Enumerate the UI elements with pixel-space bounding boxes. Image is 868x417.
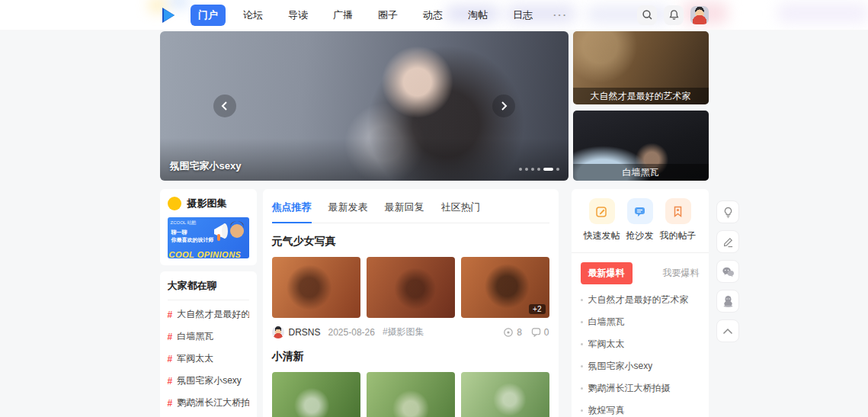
bullet-dot-icon [581, 321, 583, 323]
chat-bubble-icon [627, 198, 653, 224]
ad-banner[interactable]: ZCOOL 站酷 聊一聊 你最喜欢的设计师 COOL OPINIONS [168, 217, 249, 258]
nav-more-button[interactable]: ··· [550, 5, 571, 24]
carousel-dot-active[interactable] [543, 168, 553, 171]
divider [572, 252, 709, 253]
carousel-next-button[interactable] [492, 95, 515, 117]
side-banner-nature[interactable]: 大自然才是最好的艺术家 [573, 31, 709, 104]
carousel-prev-button[interactable] [213, 95, 236, 117]
tab-community-hot[interactable]: 社区热门 [441, 198, 481, 223]
post-author[interactable]: DRSNS [289, 327, 321, 338]
chat-topic-item[interactable]: # 鹦鹉洲长江大桥拍摄 [168, 392, 249, 414]
hero-carousel[interactable]: 氛围宅家小sexy [160, 31, 569, 181]
search-icon [642, 9, 653, 21]
nav-item-guide[interactable]: 导读 [280, 5, 315, 26]
my-posts-icon [665, 198, 691, 224]
post-title[interactable]: 小清新 [272, 350, 549, 364]
chat-topic-item[interactable]: # 氛围宅家小sexy [168, 370, 249, 392]
nav-item-broadcast[interactable]: 广播 [325, 5, 360, 26]
feed-column: 焦点推荐 最新发表 最新回复 社区热门 元气少女写真 +2 [263, 189, 559, 417]
news-item[interactable]: 氛围宅家小sexy [581, 355, 700, 377]
nav-item-blog[interactable]: 日志 [505, 5, 540, 26]
chat-topic-item[interactable]: # 敦煌写真 [168, 414, 249, 417]
chat-topic-label: 氛围宅家小sexy [177, 374, 242, 387]
chat-topic-label: 白墙黑瓦 [177, 330, 213, 343]
tab-featured[interactable]: 焦点推荐 [272, 198, 312, 223]
site-logo-icon[interactable] [159, 5, 178, 25]
news-label: 敦煌写真 [588, 404, 625, 417]
nav-item-forum[interactable]: 论坛 [235, 5, 271, 26]
bullet-dot-icon [581, 409, 583, 412]
news-label: 军阀太太 [588, 338, 625, 351]
chat-topic-item[interactable]: # 大自然才是最好的艺术 [168, 303, 249, 326]
news-item[interactable]: 军阀太太 [581, 333, 700, 355]
top-navbar: 门户 论坛 导读 广播 圈子 动态 淘帖 日志 ··· [0, 0, 868, 30]
nav-item-collections[interactable]: 淘帖 [460, 5, 495, 26]
author-avatar[interactable] [272, 326, 284, 338]
wechat-share-button[interactable] [716, 260, 739, 283]
post-title[interactable]: 元气少女写真 [272, 235, 549, 249]
chat-topic-label: 军阀太太 [177, 352, 213, 365]
left-sidebar: 摄影图集 ZCOOL 站酷 聊一聊 你最喜欢的设计师 COOL OPINIONS [160, 189, 257, 417]
submit-news-link[interactable]: 我要爆料 [663, 267, 700, 280]
chat-topic-item[interactable]: # 白墙黑瓦 [168, 326, 249, 348]
bullet-dot-icon [581, 299, 583, 301]
news-label: 大自然才是最好的艺术家 [588, 294, 689, 306]
news-label: 鹦鹉洲长江大桥拍摄 [588, 382, 671, 395]
hashtag-icon: # [168, 332, 173, 342]
trending-chats-title: 大家都在聊 [168, 279, 249, 293]
post-thumbnail[interactable] [272, 372, 360, 417]
nav-item-groups[interactable]: 圈子 [370, 5, 405, 26]
carousel-caption[interactable]: 氛围宅家小sexy [170, 159, 242, 173]
my-posts-button[interactable]: 我的帖子 [660, 198, 697, 242]
first-reply-button[interactable]: 抢沙发 [626, 198, 654, 242]
notifications-button[interactable] [664, 5, 684, 25]
news-item[interactable]: 敦煌写真 [581, 399, 700, 417]
feed-post: 元气少女写真 +2 DRSNS 2025-08-26 #摄影图集 [272, 235, 549, 338]
nav-item-portal[interactable]: 门户 [191, 5, 226, 26]
page-content: 氛围宅家小sexy 大自然才是最好的艺术家 白墙黑瓦 [160, 31, 709, 417]
post-thumbnail[interactable] [272, 257, 360, 318]
comment-icon [531, 327, 541, 337]
post-thumbnail[interactable] [367, 257, 455, 318]
carousel-dot[interactable] [537, 168, 540, 171]
post-thumbnail[interactable]: +2 [461, 257, 549, 318]
news-item[interactable]: 白墙黑瓦 [581, 311, 700, 333]
post-thumbnail[interactable]: +2 [461, 372, 549, 417]
side-banner-white-wall[interactable]: 白墙黑瓦 [573, 111, 709, 181]
quick-post-button[interactable]: 快速发帖 [584, 198, 620, 242]
carousel-dot[interactable] [556, 168, 559, 171]
back-to-top-button[interactable] [716, 319, 739, 342]
post-thumbnails: +2 [272, 257, 549, 318]
main-nav: 门户 论坛 导读 广播 圈子 动态 淘帖 日志 ··· [191, 5, 571, 26]
tab-latest-posts[interactable]: 最新发表 [328, 198, 368, 223]
user-avatar[interactable] [690, 6, 709, 24]
trending-chats-card: 大家都在聊 # 大自然才是最好的艺术 # 白墙黑瓦 # 军阀太太 # 氛围宅家小… [160, 271, 257, 417]
post-thumbnail[interactable] [367, 372, 455, 417]
forum-name: 摄影图集 [187, 197, 227, 210]
tips-button[interactable] [716, 200, 739, 223]
quick-post-label: 快速发帖 [584, 229, 620, 242]
post-tag[interactable]: #摄影图集 [383, 326, 424, 338]
hashtag-icon: # [168, 354, 173, 364]
carousel-dot[interactable] [525, 168, 528, 171]
nav-item-feed[interactable]: 动态 [415, 5, 450, 26]
carousel-dot[interactable] [519, 168, 522, 171]
chevron-left-icon [221, 101, 229, 111]
chat-topic-item[interactable]: # 军阀太太 [168, 348, 249, 370]
write-post-button[interactable] [716, 230, 739, 253]
views-stat: 8 [503, 327, 522, 338]
ad-text-line1: 聊一聊 [171, 229, 187, 236]
forum-header[interactable]: 摄影图集 [168, 197, 249, 210]
news-item[interactable]: 大自然才是最好的艺术家 [581, 289, 700, 311]
news-item[interactable]: 鹦鹉洲长江大桥拍摄 [581, 377, 700, 399]
tab-latest-replies[interactable]: 最新回复 [385, 198, 424, 223]
megaphone-illustration [208, 219, 248, 248]
divider [168, 300, 249, 300]
carousel-dot[interactable] [531, 168, 534, 171]
chevron-up-icon [722, 328, 733, 335]
latest-news-button[interactable]: 最新爆料 [581, 262, 633, 284]
bullet-dot-icon [581, 365, 583, 367]
search-button[interactable] [637, 5, 657, 25]
qq-share-button[interactable] [716, 290, 739, 313]
post-stats: 8 0 [503, 327, 549, 338]
